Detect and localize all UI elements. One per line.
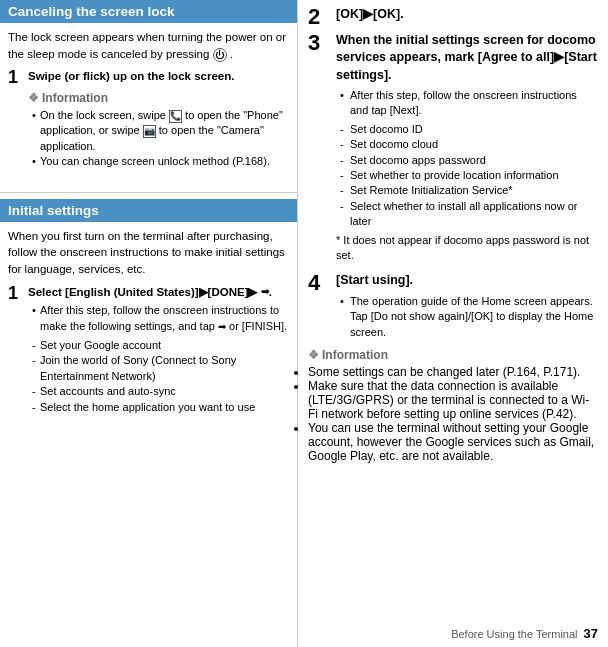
right-info-box: Information Some settings can be changed… — [308, 348, 598, 463]
arrow-icon: ➡ — [261, 285, 269, 300]
cancel-lock-step1: 1 Swipe (or flick) up on the lock screen… — [8, 68, 289, 169]
initial-step1-title: Select [English (United States)]▶[DONE]▶… — [28, 284, 289, 301]
right-step3-dash-list: Set docomo ID Set docomo cloud Set docom… — [336, 122, 598, 230]
dash-item-3: Set accounts and auto-sync — [32, 384, 289, 399]
power-icon: ⏻ — [213, 48, 227, 62]
initial-step1-list: After this step, follow the onscreen ins… — [28, 303, 289, 334]
right-step3-footnote: * It does not appear if docomo apps pass… — [336, 233, 598, 265]
right-step4: 4 [Start using]. The operation guide of … — [308, 272, 598, 340]
dash-item-2: Join the world of Sony (Connect to Sony … — [32, 353, 289, 384]
right-step-num-3: 3 — [308, 32, 320, 54]
r-dash-5: Set Remote Initialization Service* — [340, 183, 598, 198]
cancel-lock-intro: The lock screen appears when turning the… — [8, 29, 289, 62]
dash-item-4: Select the home application you want to … — [32, 400, 289, 415]
r-dash-4: Set whether to provide location informat… — [340, 168, 598, 183]
right-step3-title: When the initial settings screen for doc… — [336, 32, 598, 85]
cancel-lock-info-title: Information — [28, 91, 289, 105]
info-item-1: On the lock screen, swipe 📞 to open the … — [32, 108, 289, 154]
r-dash-1: Set docomo ID — [340, 122, 598, 137]
dash-item-1: Set your Google account — [32, 338, 289, 353]
cancel-lock-step1-title: Swipe (or flick) up on the lock screen. — [28, 68, 289, 85]
right-step-num-4: 4 — [308, 272, 320, 294]
initial-step1: 1 Select [English (United States)]▶[DONE… — [8, 284, 289, 415]
r-dash-3: Set docomo apps password — [340, 153, 598, 168]
phone-icon: 📞 — [169, 110, 182, 123]
r-dash-6: Select whether to install all applicatio… — [340, 199, 598, 230]
section-header-cancel-lock: Canceling the screen lock — [0, 0, 297, 23]
right-step3-bullet-list: After this step, follow the onscreen ins… — [336, 88, 598, 119]
r-dash-2: Set docomo cloud — [340, 137, 598, 152]
right-step3-bullet: After this step, follow the onscreen ins… — [340, 88, 598, 119]
right-info-list: Some settings can be changed later (P.16… — [308, 365, 598, 463]
right-info-item-3: You can use the terminal without setting… — [308, 421, 598, 463]
right-step4-bullet-list: The operation guide of the Home screen a… — [336, 294, 598, 340]
initial-settings-intro: When you first turn on the terminal afte… — [8, 228, 289, 278]
step-number-1: 1 — [8, 68, 18, 88]
page-footer: Before Using the Terminal 37 — [451, 626, 598, 641]
page-number: 37 — [584, 626, 598, 641]
right-step-num-2: 2 — [308, 6, 320, 28]
section-divider — [0, 192, 297, 193]
footer-label: Before Using the Terminal — [451, 628, 577, 640]
initial-step1-bullet: After this step, follow the onscreen ins… — [32, 303, 289, 334]
initial-step-number-1: 1 — [8, 284, 18, 304]
right-step4-title: [Start using]. — [336, 272, 598, 290]
right-step3: 3 When the initial settings screen for d… — [308, 32, 598, 265]
right-info-item-2: Make sure that the data connection is av… — [308, 379, 598, 421]
right-step4-bullet: The operation guide of the Home screen a… — [340, 294, 598, 340]
right-info-title: Information — [308, 348, 598, 362]
cancel-lock-info-box: Information On the lock screen, swipe 📞 … — [28, 91, 289, 170]
initial-step1-dash-list: Set your Google account Join the world o… — [28, 338, 289, 415]
info-item-2: You can change screen unlock method (P.1… — [32, 154, 289, 169]
right-step2-content: [OK]▶[OK]. — [336, 6, 598, 24]
cancel-lock-info-list: On the lock screen, swipe 📞 to open the … — [28, 108, 289, 170]
right-step2: 2 [OK]▶[OK]. — [308, 6, 598, 24]
right-info-item-1: Some settings can be changed later (P.16… — [308, 365, 598, 379]
arrow-icon-2: ➡ — [218, 320, 226, 334]
camera-icon: 📷 — [143, 125, 156, 138]
section-header-initial: Initial settings — [0, 199, 297, 222]
